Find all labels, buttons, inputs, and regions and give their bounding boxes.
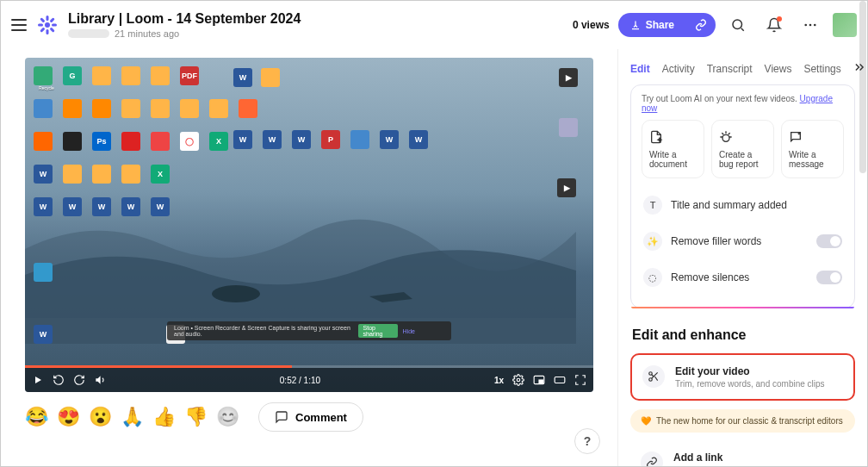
svg-point-10: [804, 23, 807, 26]
page-subtitle: 21 minutes ago: [68, 28, 562, 39]
bug-sparkle-icon: [719, 129, 735, 145]
share-button[interactable]: Share: [618, 13, 686, 37]
emoji-shocked[interactable]: 😮: [89, 406, 112, 428]
silence-icon: ◌: [643, 268, 662, 287]
side-panel: Edit Activity Transcript Views Settings …: [617, 49, 867, 466]
svg-rect-17: [555, 377, 565, 383]
share-group: Share: [618, 13, 716, 37]
emoji-add[interactable]: 😊: [216, 406, 239, 428]
sparkle-icon: 🧡: [641, 416, 651, 426]
emoji-thumbs-down[interactable]: 👎: [184, 406, 208, 428]
emoji-thumbs-up[interactable]: 👍: [152, 406, 176, 428]
svg-point-13: [212, 285, 260, 302]
emoji-pray[interactable]: 🙏: [121, 406, 144, 428]
svg-rect-16: [539, 380, 543, 383]
screen-share-bar: Loom • Screen Recorder & Screen Capture …: [167, 321, 451, 340]
play-icon[interactable]: [32, 374, 44, 386]
svg-rect-7: [40, 17, 45, 22]
pip-icon[interactable]: [533, 374, 545, 386]
svg-point-11: [809, 23, 812, 26]
comment-button[interactable]: Comment: [258, 402, 363, 432]
add-link-card[interactable]: Add a link Link a document, calendly, an…: [630, 443, 855, 466]
svg-rect-5: [49, 17, 54, 22]
write-message-button[interactable]: Write a message: [781, 120, 844, 178]
svg-rect-2: [46, 29, 49, 34]
svg-rect-4: [52, 23, 57, 26]
topbar-right: 0 views Share: [573, 11, 857, 39]
editor-banner: 🧡 The new home for our classic & transcr…: [630, 409, 855, 433]
svg-point-19: [649, 372, 653, 376]
edit-video-title: Edit your video: [675, 365, 825, 377]
avatar[interactable]: [833, 13, 857, 37]
playback-speed[interactable]: 1x: [494, 376, 504, 385]
rewind-icon[interactable]: [53, 374, 65, 386]
wand-icon: ✨: [643, 232, 662, 251]
view-count: 0 views: [573, 19, 610, 31]
title-block: Library | Loom - 14 September 2024 21 mi…: [68, 11, 562, 39]
emoji-joy[interactable]: 😂: [25, 406, 48, 428]
filler-toggle[interactable]: [816, 234, 842, 248]
fullscreen-icon[interactable]: [574, 374, 586, 386]
desktop-right-icons: ▶: [559, 68, 578, 137]
share-label: Share: [646, 19, 674, 31]
add-link-title: Add a link: [673, 451, 814, 464]
write-doc-button[interactable]: Write a document: [642, 120, 704, 178]
loom-logo[interactable]: [37, 15, 58, 35]
volume-icon[interactable]: [94, 374, 106, 386]
svg-point-14: [517, 378, 520, 382]
text-icon: T: [643, 196, 662, 215]
help-button[interactable]: ?: [574, 428, 600, 454]
svg-rect-1: [46, 16, 49, 21]
ai-actions: Write a document Create a bug report Wri…: [642, 120, 844, 178]
svg-rect-18: [722, 134, 729, 141]
main-column: Recycle G PDF Ps: [1, 49, 617, 466]
forward-icon[interactable]: [73, 374, 85, 386]
topbar: Library | Loom - 14 September 2024 21 mi…: [1, 1, 867, 49]
remove-silences-row: ◌ Remove silences: [642, 259, 844, 296]
svg-rect-8: [49, 27, 54, 32]
share-bar-text: Loom • Screen Recorder & Screen Capture …: [174, 325, 353, 337]
svg-point-12: [814, 23, 816, 26]
svg-rect-3: [38, 23, 43, 26]
tab-activity[interactable]: Activity: [662, 63, 695, 75]
search-icon[interactable]: [724, 11, 752, 39]
reaction-row: 😂 😍 😮 🙏 👍 👎 😊 Comment: [25, 392, 593, 442]
emoji-heart-eyes[interactable]: 😍: [57, 406, 80, 428]
copy-link-button[interactable]: [686, 13, 716, 37]
video-controls: 0:52 / 1:10 1x: [25, 368, 593, 392]
video-player[interactable]: Recycle G PDF Ps: [25, 58, 593, 392]
svg-point-20: [649, 378, 653, 382]
notification-dot: [777, 16, 782, 22]
video-content: Recycle G PDF Ps: [25, 58, 593, 368]
tab-transcript[interactable]: Transcript: [707, 63, 753, 75]
side-tabs: Edit Activity Transcript Views Settings: [630, 49, 855, 84]
video-time: 0:52 / 1:10: [280, 376, 320, 385]
silences-toggle[interactable]: [816, 271, 842, 284]
message-sparkle-icon: [789, 129, 804, 145]
tab-views[interactable]: Views: [765, 63, 792, 75]
more-icon[interactable]: [797, 11, 824, 39]
hide-button[interactable]: Hide: [403, 328, 415, 334]
tab-settings[interactable]: Settings: [803, 63, 840, 75]
layout: Recycle G PDF Ps: [1, 49, 867, 466]
scissors-icon: [642, 365, 665, 388]
menu-icon[interactable]: [11, 19, 27, 31]
expand-icon[interactable]: [853, 61, 865, 76]
link-icon: [641, 451, 663, 466]
bug-report-button[interactable]: Create a bug report: [711, 120, 774, 178]
svg-point-9: [733, 20, 742, 29]
settings-icon[interactable]: [512, 374, 524, 386]
add-link-sub: Link a document, calendly, and more: [673, 465, 814, 466]
title-summary-row[interactable]: T Title and summary added: [642, 187, 844, 223]
comment-label: Comment: [295, 411, 347, 424]
svg-point-0: [45, 22, 50, 28]
ai-banner: Try out Loom AI on your next few videos.…: [642, 94, 844, 113]
bell-icon[interactable]: [760, 11, 788, 39]
tab-edit[interactable]: Edit: [630, 63, 650, 75]
doc-sparkle-icon: [649, 129, 665, 145]
theater-icon[interactable]: [554, 374, 566, 386]
edit-video-card[interactable]: Edit your video Trim, remove words, and …: [630, 353, 855, 401]
stop-sharing-button[interactable]: Stop sharing: [358, 324, 398, 338]
timeago: 21 minutes ago: [115, 28, 179, 39]
remove-filler-row: ✨ Remove filler words: [642, 223, 844, 259]
